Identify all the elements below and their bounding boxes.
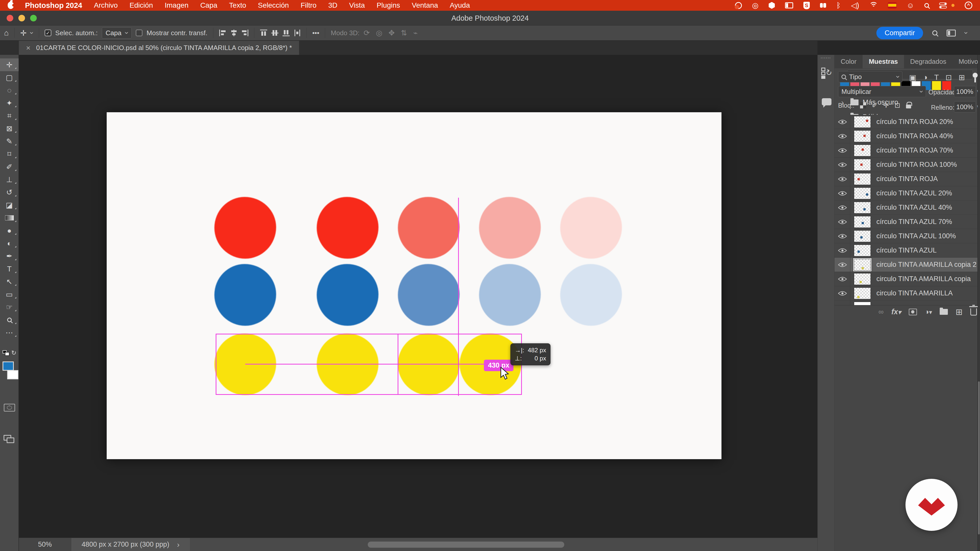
shield-s-app-icon[interactable]: S	[803, 2, 810, 9]
artboard[interactable]: 430 px →|:482 px ⊥:0 px	[107, 112, 721, 459]
search-icon[interactable]	[932, 30, 937, 35]
layer-row[interactable]: circulo TINTA AMARILLA	[835, 286, 977, 300]
layer-thumbnail[interactable]	[854, 273, 871, 285]
comments-panel-icon[interactable]	[822, 98, 832, 105]
workspace-switcher-icon[interactable]	[947, 30, 956, 37]
spotlight-search-icon[interactable]	[924, 3, 929, 8]
layer-row[interactable]: círculo TINTA AZUL 70%	[835, 215, 977, 229]
default-colors-icon[interactable]	[3, 350, 6, 354]
menubar-item-ayuda[interactable]: Ayuda	[450, 1, 470, 10]
foreground-color-swatch[interactable]	[3, 362, 14, 371]
layer-thumbnail[interactable]	[854, 173, 871, 185]
align-top-icon[interactable]	[260, 30, 267, 36]
layer-row[interactable]: círculo TINTA ROJA 40%	[835, 129, 977, 143]
background-color-swatch[interactable]	[7, 370, 18, 380]
home-icon[interactable]: ⌂	[4, 29, 9, 37]
tab-motivos[interactable]: Motivos	[953, 55, 980, 68]
align-middle-icon[interactable]	[271, 30, 278, 36]
visibility-toggle[interactable]	[835, 215, 850, 229]
volume-icon[interactable]: ◁)	[851, 1, 859, 10]
menubar-item-ventana[interactable]: Ventana	[412, 1, 438, 10]
apple-menu-icon[interactable]	[8, 2, 14, 9]
layer-thumbnail[interactable]	[854, 245, 871, 256]
visibility-toggle[interactable]	[835, 115, 850, 129]
layer-row[interactable]: circulo TINTA AMARILLA copia	[835, 272, 977, 286]
visibility-toggle[interactable]	[835, 172, 850, 186]
visibility-toggle[interactable]	[835, 243, 850, 257]
dock-drag-handle[interactable]: ''''''	[821, 56, 831, 62]
auto-select-dropdown[interactable]: Capa›	[102, 27, 132, 38]
layer-thumbnail[interactable]	[854, 187, 871, 199]
add-mask-icon[interactable]	[909, 309, 917, 315]
align-center-icon[interactable]	[230, 30, 237, 36]
wifi-icon[interactable]	[869, 2, 878, 9]
visibility-toggle[interactable]	[835, 186, 850, 200]
menubar-item-selección[interactable]: Selección	[258, 1, 289, 10]
document-tab[interactable]: × 01CARTA DE COLOR-INICIO.psd al 50% (ci…	[19, 41, 299, 55]
layer-thumbnail[interactable]	[854, 259, 871, 271]
eraser-tool[interactable]: ◪	[0, 199, 19, 211]
visibility-toggle[interactable]	[835, 143, 850, 157]
time-machine-icon[interactable]: ^	[965, 2, 972, 9]
new-group-icon[interactable]	[940, 309, 948, 315]
move-tool-icon[interactable]: ✛	[20, 29, 27, 38]
record-target-icon[interactable]: ◎	[752, 1, 759, 10]
layer-thumbnail[interactable]	[854, 302, 871, 305]
layer-thumbnail[interactable]	[854, 230, 871, 242]
lasso-tool[interactable]: ◌	[0, 84, 19, 97]
layer-row[interactable]: círculo TINTA ROJA	[835, 172, 977, 186]
blend-mode-dropdown[interactable]: Multiplicar ›	[838, 86, 926, 97]
hexagon-app-icon[interactable]	[769, 2, 775, 9]
layer-row[interactable]: círculo TINTA AZUL 40%	[835, 200, 977, 215]
app-menu[interactable]: Photoshop 2024	[25, 1, 82, 10]
layer-row[interactable]: círculo TINTA ROJA 100%	[835, 158, 977, 172]
layer-row[interactable]: círculo TINTA AZUL 100%	[835, 229, 977, 243]
visibility-toggle[interactable]	[835, 272, 850, 286]
blur-tool[interactable]: ●	[0, 224, 19, 237]
layer-thumbnail[interactable]	[854, 144, 871, 156]
adjustment-layer-icon[interactable]: ◑▾	[924, 308, 932, 316]
canvas-area[interactable]: 430 px →|:482 px ⊥:0 px	[19, 55, 818, 551]
layer-row[interactable]: círculo TINTA AZUL	[835, 243, 977, 258]
menubar-item-3d[interactable]: 3D	[328, 1, 337, 10]
visibility-toggle[interactable]	[835, 200, 850, 214]
lock-transparency-icon[interactable]	[860, 102, 866, 108]
panel-scrollbar[interactable]	[978, 381, 980, 534]
menubar-item-capa[interactable]: Capa	[200, 1, 218, 10]
layer-style-icon[interactable]: fx▾	[891, 308, 901, 316]
tab-muestras[interactable]: Muestras	[862, 55, 904, 68]
menubar-item-filtro[interactable]: Filtro	[301, 1, 317, 10]
swap-colors-icon[interactable]: ↺	[11, 349, 16, 356]
pen-tool[interactable]: ✒	[0, 250, 19, 262]
lock-artboard-icon[interactable]: ⊡	[894, 101, 900, 110]
quick-mask-button[interactable]	[4, 404, 15, 411]
chevron-down-icon[interactable]: ›	[962, 32, 970, 34]
app-badge-icon[interactable]	[735, 2, 742, 9]
window-app-icon[interactable]	[785, 2, 793, 8]
screen-mode-button[interactable]	[3, 435, 15, 444]
history-panel-icon[interactable]: ↺	[821, 68, 832, 79]
layer-thumbnail[interactable]	[854, 202, 871, 213]
bluetooth-icon[interactable]: ᛒ	[836, 1, 841, 10]
filter-kind-icon-0[interactable]: ▣	[909, 73, 916, 82]
fill-dropdown[interactable]: 100% ∨	[954, 101, 976, 113]
move-tool[interactable]: ✛	[0, 59, 19, 71]
new-layer-icon[interactable]: ⊞	[956, 307, 963, 317]
menubar-item-archivo[interactable]: Archivo	[94, 1, 118, 10]
layer-row[interactable]: circulo TINTA AMARILLA copia 2	[835, 258, 977, 272]
align-left-icon[interactable]	[219, 30, 226, 36]
marquee-tool[interactable]: ▢	[0, 71, 19, 84]
layer-filter-dropdown[interactable]: Tipo ›	[838, 71, 902, 83]
layer-thumbnail[interactable]	[854, 287, 871, 299]
brush-tool[interactable]: ✐	[0, 160, 19, 173]
menubar-item-imagen[interactable]: Imagen	[165, 1, 188, 10]
dodge-tool[interactable]: ◐	[0, 237, 19, 250]
align-right-icon[interactable]	[242, 30, 248, 36]
keyboard-layout-flag-icon[interactable]	[888, 3, 896, 8]
healing-brush-tool[interactable]: ⌑	[0, 148, 19, 160]
opacity-dropdown[interactable]: 100% ∨	[954, 86, 976, 97]
zoom-level[interactable]: 50%	[19, 538, 71, 551]
layer-row[interactable]	[835, 300, 977, 305]
visibility-toggle[interactable]	[835, 286, 850, 300]
hand-tool[interactable]: ☞	[0, 301, 19, 313]
